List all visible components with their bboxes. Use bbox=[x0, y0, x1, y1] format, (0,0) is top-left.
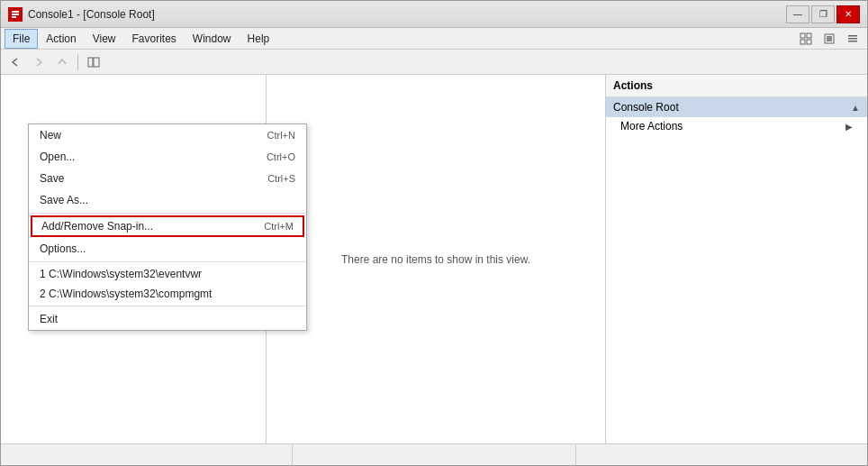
toolbar-forward[interactable] bbox=[28, 52, 50, 72]
window-title: Console1 - [Console Root] bbox=[28, 8, 155, 21]
toolbar-back[interactable] bbox=[5, 52, 26, 72]
svg-rect-10 bbox=[848, 35, 857, 37]
menu-new[interactable]: New Ctrl+N bbox=[29, 124, 306, 146]
chevron-up-icon: ▲ bbox=[851, 103, 860, 113]
menu-exit[interactable]: Exit bbox=[29, 308, 306, 330]
menu-view[interactable]: View bbox=[85, 29, 124, 49]
svg-rect-4 bbox=[800, 33, 805, 38]
chevron-right-icon: ▶ bbox=[845, 122, 853, 132]
menu-save-as[interactable]: Save As... bbox=[29, 189, 306, 211]
restore-button[interactable]: ❐ bbox=[811, 5, 835, 23]
actions-console-root[interactable]: Console Root ▲ bbox=[606, 97, 867, 117]
svg-rect-6 bbox=[800, 40, 805, 44]
svg-rect-12 bbox=[848, 41, 857, 42]
toolbar-icon-3[interactable] bbox=[842, 29, 863, 49]
svg-rect-14 bbox=[94, 58, 99, 67]
separator-2 bbox=[29, 261, 306, 262]
menu-options[interactable]: Options... bbox=[29, 238, 306, 260]
app-icon bbox=[8, 7, 23, 22]
svg-rect-3 bbox=[12, 16, 16, 18]
svg-rect-9 bbox=[827, 36, 832, 41]
svg-rect-5 bbox=[807, 33, 811, 38]
separator-1 bbox=[29, 213, 306, 214]
actions-panel: Actions Console Root ▲ More Actions ▶ bbox=[606, 75, 867, 443]
status-bar bbox=[1, 443, 867, 465]
svg-rect-1 bbox=[12, 11, 19, 13]
menu-open[interactable]: Open... Ctrl+O bbox=[29, 146, 306, 168]
menu-recent-1[interactable]: 1 C:\Windows\system32\eventvwr bbox=[29, 264, 306, 284]
menu-action[interactable]: Action bbox=[38, 29, 84, 49]
menu-window[interactable]: Window bbox=[185, 29, 240, 49]
toolbar bbox=[1, 50, 867, 75]
svg-rect-11 bbox=[848, 38, 857, 40]
status-section-2 bbox=[293, 444, 577, 465]
file-dropdown[interactable]: New Ctrl+N Open... Ctrl+O Save Ctrl+S Sa… bbox=[28, 123, 307, 331]
menu-recent-2[interactable]: 2 C:\Windows\system32\compmgmt bbox=[29, 284, 306, 304]
main-window: Console1 - [Console Root] — ❐ ✕ File Act… bbox=[0, 0, 868, 466]
actions-more-actions[interactable]: More Actions ▶ bbox=[606, 117, 867, 135]
status-section-1 bbox=[8, 444, 293, 465]
menu-add-remove-snapin[interactable]: Add/Remove Snap-in... Ctrl+M bbox=[31, 215, 304, 237]
menu-favorites[interactable]: Favorites bbox=[124, 29, 185, 49]
title-bar: Console1 - [Console Root] — ❐ ✕ bbox=[1, 1, 867, 28]
title-buttons: — ❐ ✕ bbox=[786, 5, 860, 23]
close-button[interactable]: ✕ bbox=[836, 5, 860, 23]
main-content: There are no items to show in this view.… bbox=[1, 75, 867, 443]
toolbar-show-hide[interactable] bbox=[83, 52, 104, 72]
toolbar-icon-2[interactable] bbox=[818, 29, 840, 49]
status-section-3 bbox=[576, 444, 860, 465]
svg-rect-13 bbox=[88, 58, 93, 67]
menu-bar: File Action View Favorites Window Help bbox=[1, 28, 867, 50]
center-panel: There are no items to show in this view. bbox=[267, 75, 606, 443]
minimize-button[interactable]: — bbox=[786, 5, 809, 23]
menu-save[interactable]: Save Ctrl+S bbox=[29, 168, 306, 189]
svg-rect-2 bbox=[12, 14, 19, 15]
separator-3 bbox=[29, 306, 306, 306]
empty-message: There are no items to show in this view. bbox=[341, 253, 530, 266]
toolbar-icon-1[interactable] bbox=[795, 29, 817, 49]
svg-rect-7 bbox=[807, 40, 811, 44]
actions-header: Actions bbox=[606, 75, 867, 97]
menu-help[interactable]: Help bbox=[240, 29, 278, 49]
toolbar-up[interactable] bbox=[51, 52, 73, 72]
menu-file[interactable]: File bbox=[5, 29, 38, 49]
